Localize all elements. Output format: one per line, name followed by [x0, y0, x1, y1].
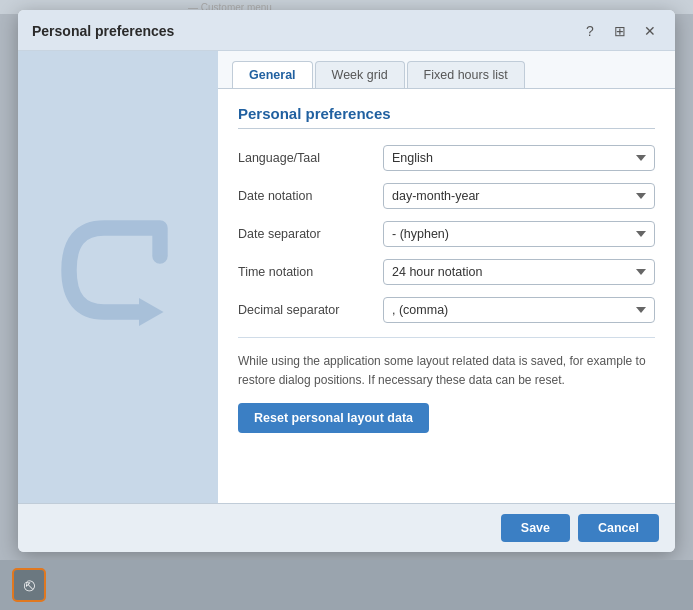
arrow-watermark [48, 200, 188, 340]
form-row-time-notation: Time notation 24 hour notation 12 hour n… [238, 259, 655, 285]
save-button[interactable]: Save [501, 514, 570, 542]
language-label: Language/Taal [238, 151, 383, 165]
close-icon-button[interactable]: ✕ [639, 20, 661, 42]
time-notation-label: Time notation [238, 265, 383, 279]
dialog: Personal preferences ? ⊞ ✕ Gener [18, 10, 675, 552]
date-separator-select[interactable]: - (hyphen) / (slash) . (period) [383, 221, 655, 247]
tab-general[interactable]: General [232, 61, 313, 88]
divider [238, 337, 655, 338]
decimal-separator-select[interactable]: , (comma) . (period) [383, 297, 655, 323]
content-area: Personal preferences Language/Taal Engli… [218, 89, 675, 503]
dialog-footer: Save Cancel [18, 503, 675, 552]
help-icon-button[interactable]: ? [579, 20, 601, 42]
bottom-icon-button[interactable]: ⎋ [12, 568, 46, 602]
dialog-title: Personal preferences [32, 23, 174, 39]
reset-layout-button[interactable]: Reset personal layout data [238, 403, 429, 433]
close-icon: ✕ [644, 23, 656, 39]
time-notation-select[interactable]: 24 hour notation 12 hour notation [383, 259, 655, 285]
svg-marker-0 [139, 298, 164, 326]
form-row-date-separator: Date separator - (hyphen) / (slash) . (p… [238, 221, 655, 247]
right-panel: General Week grid Fixed hours list Perso… [218, 51, 675, 503]
info-text: While using the application some layout … [238, 352, 655, 389]
bottom-toolbar: ⎋ [0, 560, 693, 610]
left-panel [18, 51, 218, 503]
help-icon: ? [586, 23, 594, 39]
form-row-decimal-separator: Decimal separator , (comma) . (period) [238, 297, 655, 323]
tab-fixed-hours-list[interactable]: Fixed hours list [407, 61, 525, 88]
date-notation-label: Date notation [238, 189, 383, 203]
date-separator-label: Date separator [238, 227, 383, 241]
section-title: Personal preferences [238, 105, 655, 129]
restore-icon-button[interactable]: ⊞ [609, 20, 631, 42]
restore-icon: ⊞ [614, 23, 626, 39]
language-select[interactable]: English Nederlands Deutsch Français [383, 145, 655, 171]
dialog-body: General Week grid Fixed hours list Perso… [18, 51, 675, 503]
decimal-separator-label: Decimal separator [238, 303, 383, 317]
dialog-header: Personal preferences ? ⊞ ✕ [18, 10, 675, 51]
date-notation-select[interactable]: day-month-year month-day-year year-month… [383, 183, 655, 209]
tabs-bar: General Week grid Fixed hours list [218, 51, 675, 89]
form-row-date-notation: Date notation day-month-year month-day-y… [238, 183, 655, 209]
tab-week-grid[interactable]: Week grid [315, 61, 405, 88]
form-row-language: Language/Taal English Nederlands Deutsch… [238, 145, 655, 171]
header-icons: ? ⊞ ✕ [579, 20, 661, 42]
exit-icon: ⎋ [24, 575, 35, 596]
cancel-button[interactable]: Cancel [578, 514, 659, 542]
